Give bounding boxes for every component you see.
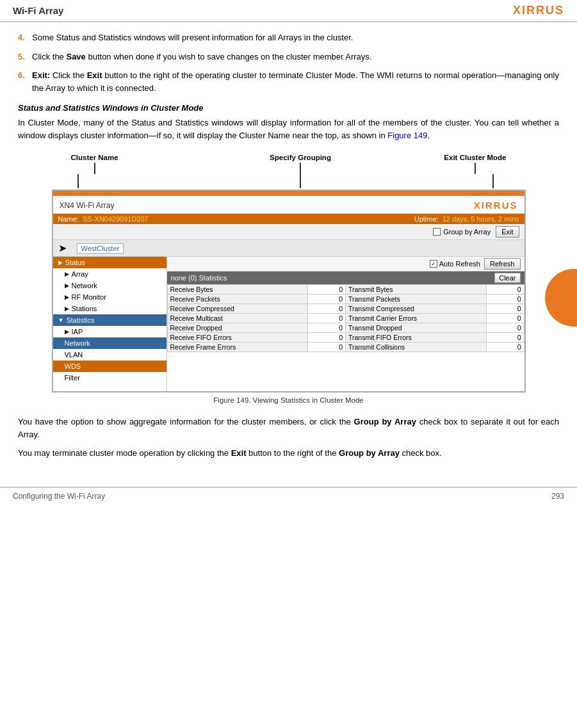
triangle-icon-rf: ▶ <box>65 294 69 300</box>
stat-right-value: 0 <box>486 304 524 314</box>
sidebar-item-stations[interactable]: ▶ Stations <box>53 303 167 314</box>
sidebar-item-network-stats[interactable]: Network <box>53 337 167 349</box>
sidebar-label-vlan: VLAN <box>65 351 83 359</box>
figure-container: Cluster Name Specify Grouping Exit Clust… <box>52 154 526 404</box>
stats-row-2: Receive Compressed 0 Transmit Compressed… <box>167 304 524 314</box>
autorefresh-row: Auto Refresh Refresh <box>167 257 524 271</box>
sidebar-label-iap: IAP <box>72 328 83 336</box>
ui-right-panel: Auto Refresh Refresh none (0) Statistics… <box>167 257 524 391</box>
sidebar-label-array: Array <box>72 270 88 278</box>
sidebar-item-vlan[interactable]: VLAN <box>53 349 167 360</box>
sidebar-label-stations: Stations <box>72 305 97 312</box>
sidebar-item-wds[interactable]: WDS <box>53 360 167 372</box>
ui-logo: XIRRUS <box>474 200 518 211</box>
stat-left-label: Receive Bytes <box>167 285 308 295</box>
footer-right: 293 <box>551 492 564 501</box>
stat-right-value: 0 <box>486 314 524 323</box>
stats-header-label: none (0) Statistics <box>171 274 227 282</box>
page-header: Wi-Fi Array XIRRUS <box>0 0 577 22</box>
group-by-array-label: Group by Array <box>443 228 491 236</box>
stat-left-value: 0 <box>308 323 346 333</box>
stat-left-value: 0 <box>308 304 346 314</box>
group-by-array-checkbox-label[interactable]: Group by Array <box>433 228 491 236</box>
stat-right-label: Transmit Dropped <box>345 323 486 333</box>
section-para-1: In Cluster Mode, many of the Status and … <box>18 117 559 142</box>
sidebar-label-statistics: Statistics <box>66 316 94 324</box>
stat-right-value: 0 <box>486 323 524 333</box>
stat-left-label: Receive Multicast <box>167 314 308 323</box>
stat-right-value: 0 <box>486 285 524 295</box>
autorefresh-label: Auto Refresh <box>439 260 480 268</box>
sidebar-item-array[interactable]: ▶ Array <box>53 268 167 280</box>
sidebar-item-rfmonitor[interactable]: ▶ RF Monitor <box>53 291 167 303</box>
ui-screenshot-box: XN4 Wi-Fi Array XIRRUS Name: SS-XN042909… <box>52 190 526 392</box>
stat-left-label: Receive Compressed <box>167 304 308 314</box>
annotation-exit-cluster: Exit Cluster Mode <box>444 154 506 174</box>
ui-top-bar <box>53 191 524 196</box>
figure-link[interactable]: Figure 149 <box>387 131 427 140</box>
stats-row-6: Receive Frame Errors 0 Transmit Collisio… <box>167 343 524 352</box>
triangle-icon: ▶ <box>58 259 63 266</box>
annotation-cluster-name: Cluster Name <box>71 154 118 174</box>
page-footer: Configuring the Wi-Fi Array 293 <box>0 487 577 505</box>
autorefresh-checkbox-label[interactable]: Auto Refresh <box>430 260 480 268</box>
annotation-specify-grouping: Specify Grouping <box>270 154 331 174</box>
para-3: You may terminate cluster mode operation… <box>18 447 559 460</box>
stat-right-value: 0 <box>486 343 524 352</box>
autorefresh-checkbox[interactable] <box>430 260 437 268</box>
clear-button[interactable]: Clear <box>494 273 520 283</box>
ui-name-value: SS-XN0429091D207 <box>83 215 149 223</box>
triangle-icon-iap: ▶ <box>65 328 69 335</box>
sidebar-label-status: Status <box>65 259 85 266</box>
sidebar-label-network-stats: Network <box>65 339 90 347</box>
group-by-array-checkbox[interactable] <box>433 228 441 236</box>
list-num-5: 5. <box>18 51 32 63</box>
stat-right-label: Transmit Packets <box>345 295 486 304</box>
stats-row-5: Receive FIFO Errors 0 Transmit FIFO Erro… <box>167 333 524 343</box>
triangle-icon-array: ▶ <box>65 271 69 277</box>
footer-left: Configuring the Wi-Fi Array <box>13 492 105 501</box>
arrow-right-icon: ➤ <box>58 242 67 254</box>
stat-left-label: Receive FIFO Errors <box>167 333 308 343</box>
sidebar-item-iap[interactable]: ▶ IAP <box>53 326 167 337</box>
page-content: 4. Some Status and Statistics windows wi… <box>0 22 577 474</box>
ui-main-layout: ▶ Status ▶ Array ▶ Network ▶ <box>53 257 524 391</box>
exit-button[interactable]: Exit <box>496 226 519 238</box>
stats-table: Receive Bytes 0 Transmit Bytes 0 Receive… <box>167 284 524 352</box>
list-text-5: Click the Save button when done if you w… <box>32 51 559 63</box>
stat-left-label: Receive Frame Errors <box>167 343 308 352</box>
sidebar-item-network[interactable]: ▶ Network <box>53 280 167 291</box>
ui-uptime: Uptime: 12 days, 5 hours, 2 mins <box>414 215 519 223</box>
stat-right-label: Transmit Bytes <box>345 285 486 295</box>
page-title: Wi-Fi Array <box>13 5 63 16</box>
stats-row-0: Receive Bytes 0 Transmit Bytes 0 <box>167 285 524 295</box>
ui-status-bar: Name: SS-XN0429091D207 Uptime: 12 days, … <box>53 214 524 224</box>
stat-left-value: 0 <box>308 314 346 323</box>
list-num-6: 6. <box>18 69 32 94</box>
ui-uptime-value: 12 days, 5 hours, 2 mins <box>443 215 519 223</box>
list-text-6: Exit: Click the Exit button to the right… <box>32 69 559 94</box>
stat-right-value: 0 <box>486 295 524 304</box>
list-num-4: 4. <box>18 31 32 44</box>
para-2: You have the option to show aggregate in… <box>18 416 559 441</box>
list-text-4: Some Status and Statistics windows will … <box>32 31 559 44</box>
sidebar-label-rfmonitor: RF Monitor <box>72 293 106 301</box>
sidebar-item-statistics[interactable]: ▼ Statistics <box>53 314 167 326</box>
list-item-4: 4. Some Status and Statistics windows wi… <box>18 31 559 44</box>
triangle-icon-network: ▶ <box>65 282 69 289</box>
stat-left-value: 0 <box>308 333 346 343</box>
refresh-button[interactable]: Refresh <box>484 258 521 270</box>
sidebar-item-filter[interactable]: Filter <box>53 372 167 384</box>
stat-left-label: Receive Dropped <box>167 323 308 333</box>
list-item-6: 6. Exit: Click the Exit button to the ri… <box>18 69 559 94</box>
figure-caption: Figure 149. Viewing Statistics in Cluste… <box>52 396 526 404</box>
ui-cluster-row: ➤ WestCluster <box>53 240 524 257</box>
sidebar-item-status[interactable]: ▶ Status <box>53 257 167 268</box>
cluster-name-display: WestCluster <box>77 243 124 254</box>
section-heading: Status and Statistics Windows in Cluster… <box>18 103 559 113</box>
ui-sidebar: ▶ Status ▶ Array ▶ Network ▶ <box>53 257 167 391</box>
sidebar-label-network: Network <box>72 282 97 289</box>
ui-controls-row: Group by Array Exit <box>53 224 524 240</box>
stat-left-label: Receive Packets <box>167 295 308 304</box>
stat-left-value: 0 <box>308 285 346 295</box>
